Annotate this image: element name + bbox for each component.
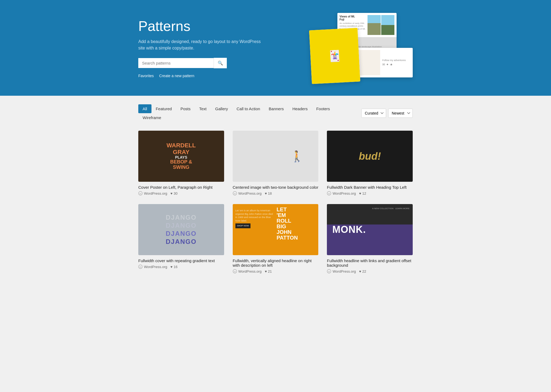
pattern-name: Centered image with two-tone background …	[233, 185, 319, 190]
svg-text:W: W	[234, 270, 236, 273]
pattern-item: DJANGO DJANGO DJANGO DJANGO Fullwidth co…	[138, 204, 224, 273]
newest-select[interactable]: Newest Oldest Popular	[388, 109, 413, 118]
pattern-meta: W WordPress.org ♥ 16	[138, 265, 224, 269]
pattern-thumbnail[interactable]: MONK. A NEW COLLECTION LEARN MORE	[327, 204, 413, 255]
pattern-item: Let 'em is an album by American organist…	[233, 204, 319, 273]
tab-headers[interactable]: Headers	[288, 104, 312, 113]
pattern-item: MONK. A NEW COLLECTION LEARN MORE Fullwi…	[327, 204, 413, 273]
svg-text:W: W	[234, 193, 236, 195]
heart-icon: ♥	[359, 269, 361, 273]
wordpress-logo-icon: W	[233, 269, 237, 273]
hero-illustration: Views of Mt.Fuji An exhibition of early …	[305, 13, 413, 83]
pattern-thumbnail[interactable]: Let 'em is an album by American organist…	[233, 204, 319, 255]
wordpress-logo-icon: W	[327, 191, 331, 195]
pattern-name: Fullwidth headline with links and gradie…	[327, 258, 413, 268]
search-input[interactable]	[138, 58, 214, 68]
hero-content: Patterns Add a beautifully designed, rea…	[138, 18, 267, 78]
tab-gallery[interactable]: Gallery	[211, 104, 232, 113]
pattern-author: W WordPress.org	[327, 191, 356, 195]
count: 18	[268, 191, 272, 195]
pattern-author: W WordPress.org	[138, 191, 167, 195]
tab-featured[interactable]: Featured	[151, 104, 176, 113]
like-count: ♥ 30	[170, 191, 177, 195]
hero-links: Favorites Create a new pattern	[138, 74, 267, 78]
hero-description: Add a beautifully designed, ready to go …	[138, 38, 267, 51]
heart-icon: ♥	[359, 191, 361, 195]
wordpress-logo-icon: W	[138, 191, 143, 195]
tab-posts[interactable]: Posts	[176, 104, 195, 113]
author-name: WordPress.org	[144, 265, 167, 269]
filter-dropdowns: Curated All Newest Oldest Popular	[361, 109, 413, 118]
wordpress-logo-icon: W	[233, 191, 237, 195]
heart-icon: ♥	[170, 265, 172, 269]
count: 12	[362, 191, 366, 195]
pattern-author: W WordPress.org	[138, 265, 167, 269]
pattern-author: W WordPress.org	[327, 269, 356, 273]
like-count: ♥ 22	[359, 269, 366, 273]
pattern-meta: W WordPress.org ♥ 22	[327, 269, 413, 273]
pattern-item: 🚶 Centered image with two-tone backgroun…	[233, 131, 319, 195]
tab-call-to-action[interactable]: Call to Action	[232, 104, 264, 113]
svg-text:W: W	[328, 270, 330, 273]
like-count: ♥ 21	[265, 269, 272, 273]
curated-select[interactable]: Curated All	[361, 109, 386, 118]
pattern-name: Fullwidth Dark Banner with Heading Top L…	[327, 185, 413, 190]
pattern-thumbnail[interactable]: WARDELL GRAY PLAYS BEBOP & SWING	[138, 131, 224, 182]
count: 30	[174, 191, 177, 195]
patterns-grid: WARDELL GRAY PLAYS BEBOP & SWING Cover P…	[138, 131, 413, 273]
like-count: ♥ 16	[170, 265, 177, 269]
pattern-thumbnail[interactable]: DJANGO DJANGO DJANGO DJANGO	[138, 204, 224, 255]
tab-text[interactable]: Text	[195, 104, 211, 113]
pattern-thumbnail[interactable]: bud!	[327, 131, 413, 182]
pattern-thumbnail[interactable]: 🚶	[233, 131, 319, 182]
search-button[interactable]: 🔍	[214, 58, 227, 68]
svg-text:W: W	[328, 193, 330, 195]
pattern-name: Fullwidth cover with repeating gradient …	[138, 258, 224, 263]
wordpress-logo-icon: W	[327, 269, 331, 273]
pattern-item: bud! Fullwidth Dark Banner with Heading …	[327, 131, 413, 195]
create-pattern-link[interactable]: Create a new pattern	[159, 74, 195, 78]
like-count: ♥ 18	[265, 191, 272, 195]
hero-section: Patterns Add a beautifully designed, rea…	[0, 0, 551, 96]
pattern-item: WARDELL GRAY PLAYS BEBOP & SWING Cover P…	[138, 131, 224, 195]
heart-icon: ♥	[265, 191, 267, 195]
tab-all[interactable]: All	[138, 104, 151, 113]
pattern-author: W WordPress.org	[233, 269, 262, 273]
count: 22	[362, 269, 366, 273]
svg-text:W: W	[139, 266, 142, 268]
pattern-name: Fullwidth, vertically aligned headline o…	[233, 258, 319, 268]
pattern-author: W WordPress.org	[233, 191, 262, 195]
heart-icon: ♥	[170, 191, 172, 195]
pattern-meta: W WordPress.org ♥ 12	[327, 191, 413, 195]
search-row: 🔍	[138, 58, 267, 68]
author-name: WordPress.org	[333, 269, 356, 273]
tab-footers[interactable]: Footers	[312, 104, 334, 113]
author-name: WordPress.org	[238, 191, 262, 195]
author-name: WordPress.org	[144, 191, 167, 195]
main-content: All Featured Posts Text Gallery Call to …	[128, 96, 423, 282]
count: 21	[268, 269, 272, 273]
favorites-link[interactable]: Favorites	[138, 74, 154, 78]
pattern-name: Cover Poster on Left, Paragraph on Right	[138, 185, 224, 190]
svg-text:W: W	[139, 193, 142, 195]
author-name: WordPress.org	[333, 191, 356, 195]
pattern-meta: W WordPress.org ♥ 30	[138, 191, 224, 195]
tab-banners[interactable]: Banners	[264, 104, 288, 113]
page-title: Patterns	[138, 18, 267, 34]
heart-icon: ♥	[265, 269, 267, 273]
wordpress-logo-icon: W	[138, 265, 143, 269]
pattern-meta: W WordPress.org ♥ 18	[233, 191, 319, 195]
count: 16	[174, 265, 177, 269]
filter-row: All Featured Posts Text Gallery Call to …	[138, 104, 413, 122]
author-name: WordPress.org	[238, 269, 262, 273]
like-count: ♥ 12	[359, 191, 366, 195]
tab-wireframe[interactable]: Wireframe	[138, 113, 165, 122]
filter-tabs: All Featured Posts Text Gallery Call to …	[138, 104, 361, 122]
hero-card-3: 🃏	[309, 28, 360, 84]
pattern-meta: W WordPress.org ♥ 21	[233, 269, 319, 273]
